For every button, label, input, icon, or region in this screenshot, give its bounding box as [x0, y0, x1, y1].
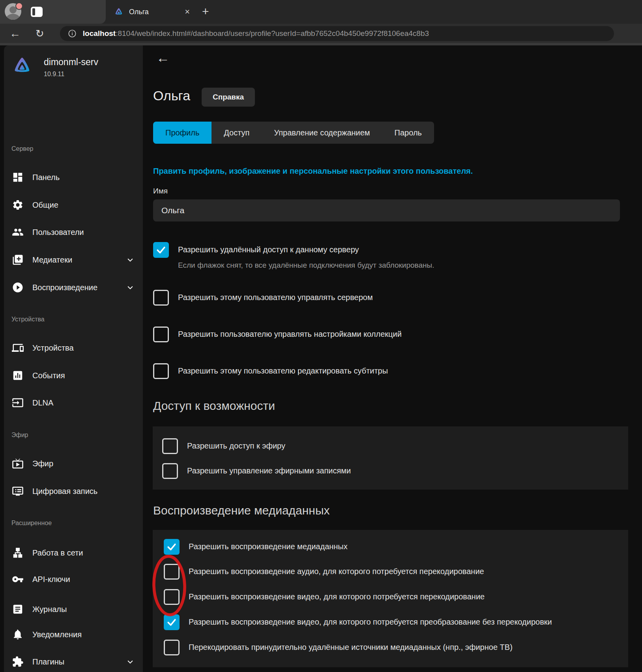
library-add-icon — [12, 254, 24, 266]
dashboard-icon — [12, 171, 24, 183]
browser-profile-avatar[interactable] — [5, 3, 22, 21]
profile-status-dot — [15, 2, 23, 10]
name-input[interactable]: Ольга — [153, 199, 620, 221]
input-icon — [12, 397, 24, 409]
sidebar-item-playback[interactable]: Воспроизведение — [4, 279, 143, 296]
jellyfin-logo-icon — [11, 54, 34, 77]
sidebar-item-users[interactable]: Пользователи — [4, 223, 143, 241]
livetv-access-checkbox[interactable] — [162, 438, 178, 454]
sidebar-item-dlna[interactable]: DLNA — [4, 394, 143, 411]
play-circle-icon — [12, 282, 24, 293]
checkbox-row-force-remote-transcoding: Перекодировать принудительно удалённые и… — [164, 640, 513, 655]
gear-icon — [12, 199, 24, 211]
feature-access-heading: Доступ к возможности — [153, 399, 275, 413]
sidebar-item-dashboard[interactable]: Панель — [4, 169, 143, 186]
manage-collections-checkbox[interactable] — [153, 327, 169, 342]
help-button[interactable]: Справка — [202, 88, 255, 107]
browser-back-icon[interactable]: ← — [9, 28, 21, 39]
address-bar[interactable]: localhost:8104/web/index.html#/dashboard… — [60, 26, 614, 41]
feature-access-panel: Разрешить доступ к эфиру Разрешить управ… — [153, 426, 628, 490]
checkbox-row-collections: Разрешить пользователю управлять настрой… — [153, 327, 402, 342]
section-label-devices: Устройства — [11, 316, 45, 323]
plugins-icon — [12, 656, 24, 668]
server-name: dimonml-serv — [44, 57, 98, 68]
force-remote-transcoding-checkbox[interactable] — [164, 640, 180, 655]
checkbox-row-subtitles: Разрешить этому пользователю редактирова… — [153, 363, 388, 379]
checkbox-row-media-playback: Разрешить воспроизведение медиаданных — [164, 539, 348, 555]
url-host: localhost — [83, 29, 116, 38]
remote-access-checkbox[interactable] — [153, 242, 169, 258]
section-label-advanced: Расширенное — [11, 520, 52, 527]
sidebar-item-activity[interactable]: События — [4, 367, 143, 384]
tab-profile[interactable]: Профиль — [153, 122, 212, 144]
media-playback-panel: Разрешить воспроизведение медиаданных Ра… — [153, 530, 628, 667]
tab-title: Ольга — [129, 8, 185, 16]
browser-toolbar: ← ↻ localhost:8104/web/index.html#/dashb… — [0, 24, 642, 43]
key-icon — [12, 573, 24, 585]
manage-server-checkbox[interactable] — [153, 290, 169, 306]
livetv-recordings-checkbox[interactable] — [162, 463, 178, 479]
sidebar-item-networking[interactable]: Работа в сети — [4, 544, 143, 561]
sidebar-item-dvr[interactable]: Цифровая запись — [4, 482, 143, 500]
dvr-icon — [12, 485, 24, 497]
tab-password[interactable]: Пароль — [382, 122, 434, 144]
sidebar-item-devices[interactable]: Устройства — [4, 339, 143, 357]
audio-transcoding-checkbox[interactable] — [164, 564, 180, 580]
url-path: :8104/web/index.html#/dashboard/users/pr… — [116, 29, 429, 38]
sidebar-item-general[interactable]: Общие — [4, 196, 143, 214]
checkbox-row-admin: Разрешить этому пользователю управлять с… — [153, 290, 373, 306]
section-label-livetv: Эфир — [11, 432, 28, 439]
sidebar-item-logs[interactable]: Журналы — [4, 601, 143, 618]
browser-tab-strip: Ольга × + — [0, 0, 642, 24]
tab-access[interactable]: Доступ — [212, 122, 262, 144]
dashboard-sidebar: dimonml-serv 10.9.11 Сервер Панель Общие… — [4, 45, 143, 672]
browser-tab-olga[interactable]: Ольга × — [107, 0, 195, 24]
activity-chart-icon — [12, 370, 24, 381]
video-transcoding-checkbox[interactable] — [164, 589, 180, 605]
server-header: dimonml-serv 10.9.11 — [11, 54, 98, 78]
section-label-server: Сервер — [11, 145, 33, 152]
users-icon — [12, 226, 24, 238]
site-info-icon[interactable] — [68, 29, 77, 38]
chevron-down-icon[interactable] — [126, 658, 134, 666]
logs-icon — [12, 603, 24, 615]
server-version: 10.9.11 — [44, 71, 98, 78]
checkbox-row-livetv-recordings: Разрешить управление эфирными записями — [162, 463, 351, 479]
chevron-down-icon[interactable] — [126, 256, 134, 264]
jellyfin-favicon-icon — [114, 7, 124, 17]
sidebar-item-livetv[interactable]: Эфир — [4, 455, 143, 472]
checkbox-row-remote-access: Разрешить удалённый доступ к данному сер… — [153, 242, 359, 258]
video-remuxing-checkbox[interactable] — [164, 614, 180, 630]
sidebar-item-notifications[interactable]: Уведомления — [4, 626, 143, 643]
media-playback-checkbox[interactable] — [164, 539, 180, 555]
url-text: localhost:8104/web/index.html#/dashboard… — [83, 29, 429, 38]
remote-access-helper-text: Если флажок снят, то все удалённые подкл… — [178, 261, 434, 270]
devices-icon — [12, 342, 24, 354]
browser-reload-icon[interactable]: ↻ — [36, 28, 44, 39]
page-title: Ольга — [153, 88, 190, 103]
media-playback-heading: Воспроизведение медиаданных — [153, 504, 329, 517]
tab-close-icon[interactable]: × — [185, 8, 190, 16]
checkbox-row-audio-transcoding: Разрешить воспроизведение аудио, для кот… — [164, 564, 484, 580]
checkbox-row-video-transcoding: Разрешить воспроизведение видео, для кот… — [164, 589, 485, 605]
checkbox-row-livetv-access: Разрешить доступ к эфиру — [162, 438, 285, 454]
edit-subtitles-checkbox[interactable] — [153, 363, 169, 379]
name-field-label: Имя — [153, 187, 168, 195]
sidebar-item-api-keys[interactable]: API-ключи — [4, 571, 143, 588]
checkbox-row-video-remuxing: Разрешить воспроизведение видео, для кот… — [164, 614, 552, 630]
vertical-tabs-toggle-icon[interactable] — [31, 7, 43, 17]
profile-intro-link[interactable]: Править профиль, изображение и персональ… — [153, 167, 473, 176]
browser-profile-area — [0, 0, 106, 24]
page-back-button[interactable]: ← — [156, 51, 170, 64]
live-tv-icon — [12, 458, 24, 469]
tab-parental-control[interactable]: Управление содержанием — [262, 122, 382, 144]
sidebar-item-plugins[interactable]: Плагины — [4, 653, 143, 670]
notifications-icon — [12, 629, 24, 640]
network-icon — [12, 547, 24, 559]
profile-tabbar: Профиль Доступ Управление содержанием Па… — [153, 122, 434, 144]
chevron-down-icon[interactable] — [126, 283, 134, 291]
new-tab-icon[interactable]: + — [202, 6, 209, 17]
sidebar-item-libraries[interactable]: Медиатеки — [4, 251, 143, 268]
jellyfin-dashboard-page: dimonml-serv 10.9.11 Сервер Панель Общие… — [0, 45, 642, 672]
